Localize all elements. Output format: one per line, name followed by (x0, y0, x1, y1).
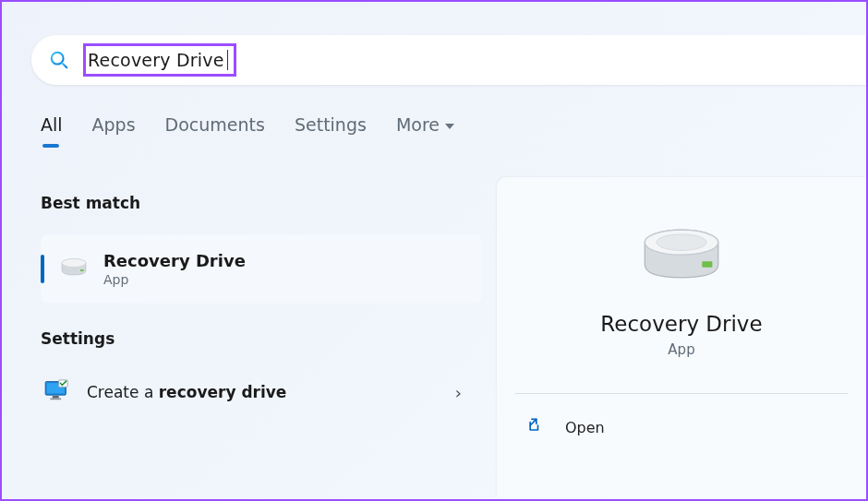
open-action[interactable]: Open (515, 407, 848, 447)
monitor-icon (44, 379, 70, 405)
tab-settings[interactable]: Settings (295, 114, 367, 142)
svg-rect-13 (702, 261, 712, 267)
drive-icon (59, 253, 89, 286)
settings-result-label: Create a recovery drive (87, 383, 286, 401)
search-highlight-box: Recovery Drive (83, 43, 236, 77)
open-external-icon (526, 416, 545, 438)
best-match-text: Recovery Drive App (103, 251, 246, 287)
tab-more[interactable]: More (396, 114, 454, 142)
open-action-label: Open (565, 419, 605, 436)
best-match-subtitle: App (103, 272, 246, 287)
svg-point-12 (657, 234, 706, 251)
settings-result-prefix: Create a (87, 383, 159, 401)
svg-rect-4 (80, 269, 84, 271)
drive-icon (637, 223, 726, 312)
svg-rect-8 (50, 399, 61, 400)
filter-tabs: All Apps Documents Settings More (41, 114, 454, 142)
results-pane: Best match Recovery Drive App Settings (41, 194, 482, 414)
search-icon (48, 49, 70, 71)
settings-result-bold: recovery drive (159, 383, 287, 401)
search-bar[interactable]: Recovery Drive (31, 35, 866, 85)
svg-point-3 (62, 258, 86, 267)
chevron-right-icon: › (455, 383, 462, 402)
tab-all[interactable]: All (41, 114, 63, 142)
svg-line-1 (62, 63, 66, 67)
tab-documents[interactable]: Documents (165, 114, 265, 142)
tab-more-label: More (396, 114, 440, 135)
search-window: Recovery Drive All Apps Documents Settin… (0, 0, 868, 501)
svg-rect-7 (53, 396, 59, 399)
divider (515, 393, 848, 394)
preview-title: Recovery Drive (600, 312, 762, 336)
best-match-title: Recovery Drive (103, 251, 246, 270)
search-input-text[interactable]: Recovery Drive (88, 50, 228, 70)
settings-result-create-recovery-drive[interactable]: Create a recovery drive › (41, 370, 482, 414)
best-match-label: Best match (41, 194, 482, 212)
chevron-down-icon (445, 124, 454, 129)
tab-apps[interactable]: Apps (92, 114, 136, 142)
preview-pane: Recovery Drive App Open (497, 177, 866, 497)
preview-subtitle: App (668, 341, 694, 358)
settings-section-label: Settings (41, 329, 482, 348)
best-match-result[interactable]: Recovery Drive App (41, 234, 482, 304)
